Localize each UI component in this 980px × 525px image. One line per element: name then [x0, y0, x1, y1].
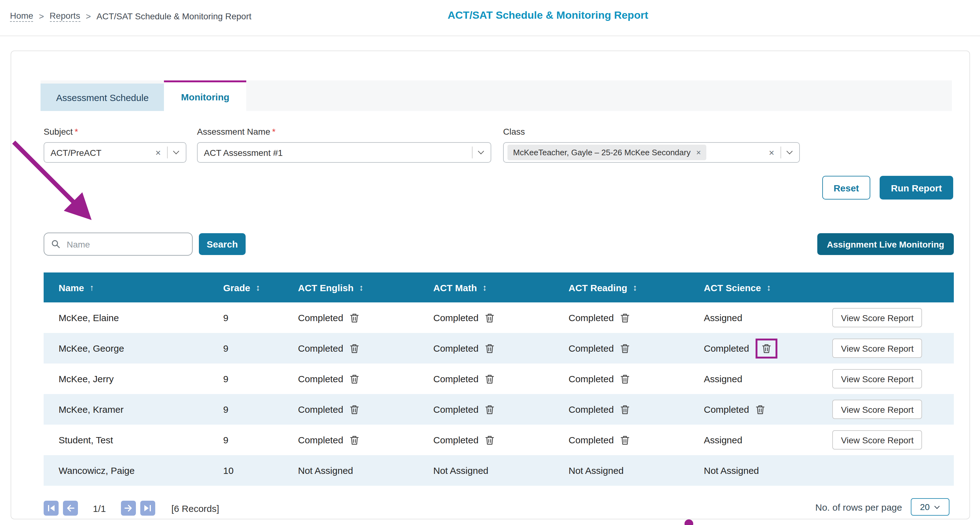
delete-icon[interactable] — [349, 435, 359, 445]
act-english-status-cell: Completed — [298, 343, 433, 353]
chevron-down-icon — [934, 504, 940, 509]
divider — [781, 146, 781, 158]
monitoring-table: Name ↑ Grade ↕ ACT English ↕ ACT Math ↕ … — [44, 272, 954, 486]
delete-icon[interactable] — [620, 343, 629, 353]
view-score-report-button[interactable]: View Score Report — [832, 430, 922, 450]
delete-icon[interactable] — [485, 343, 494, 353]
grade-cell: 10 — [223, 465, 298, 476]
reset-button[interactable]: Reset — [822, 176, 870, 199]
view-score-report-button[interactable]: View Score Report — [832, 369, 922, 388]
delete-icon[interactable] — [485, 404, 494, 414]
act-math-status-cell: Not Assigned — [433, 465, 568, 476]
search-icon — [51, 239, 60, 249]
previous-page-button[interactable] — [63, 501, 78, 515]
column-header-act-science[interactable]: ACT Science ↕ — [704, 282, 832, 293]
act-science-status-cell: Assigned — [704, 374, 832, 384]
sort-both-icon[interactable]: ↕ — [256, 282, 260, 293]
view-score-report-button[interactable]: View Score Report — [832, 400, 922, 419]
delete-icon[interactable] — [620, 374, 629, 384]
tab-monitoring[interactable]: Monitoring — [164, 80, 246, 111]
first-page-button[interactable] — [44, 501, 59, 515]
act-math-status-cell: Completed — [433, 343, 568, 353]
view-score-report-button[interactable]: View Score Report — [832, 308, 922, 327]
chip-remove-icon[interactable]: × — [696, 148, 701, 156]
sort-both-icon[interactable]: ↕ — [482, 282, 487, 293]
trash-wrap — [349, 313, 359, 323]
class-chip-label: McKeeTeacher, Gayle – 25-26 McKee Second… — [513, 148, 690, 157]
delete-icon[interactable] — [485, 435, 494, 445]
arrow-right-icon — [124, 504, 132, 512]
sort-both-icon[interactable]: ↕ — [767, 282, 771, 293]
subject-label: Subject* — [44, 127, 78, 137]
table-body: McKee, Elaine 9 Completed Completed Comp… — [44, 302, 954, 486]
act-reading-status-cell: Completed — [568, 343, 704, 353]
run-report-button[interactable]: Run Report — [880, 176, 953, 199]
sort-asc-icon[interactable]: ↑ — [90, 282, 94, 293]
rows-per-page-label: No. of rows per page — [815, 502, 902, 512]
trash-wrap — [620, 404, 629, 414]
delete-icon[interactable] — [349, 313, 359, 323]
delete-icon[interactable] — [485, 313, 494, 323]
clear-icon[interactable]: × — [155, 148, 161, 157]
class-select[interactable]: McKeeTeacher, Gayle – 25-26 McKee Second… — [503, 142, 800, 163]
grade-cell: 9 — [223, 374, 298, 384]
status-text: Completed — [568, 404, 614, 415]
delete-icon[interactable] — [349, 374, 359, 384]
trash-wrap — [485, 435, 494, 445]
chevron-down-icon[interactable] — [786, 148, 793, 154]
column-header-act-math[interactable]: ACT Math ↕ — [433, 282, 568, 293]
tab-assessment-schedule[interactable]: Assessment Schedule — [41, 84, 164, 111]
column-header-act-english[interactable]: ACT English ↕ — [298, 282, 433, 293]
act-math-status-cell: Completed — [433, 374, 568, 384]
search-input[interactable] — [65, 239, 185, 250]
delete-icon[interactable] — [620, 313, 629, 323]
column-label: Name — [59, 282, 84, 293]
sort-both-icon[interactable]: ↕ — [633, 282, 637, 293]
trash-wrap — [349, 343, 359, 353]
delete-icon[interactable] — [755, 404, 765, 414]
last-page-button[interactable] — [140, 501, 155, 515]
chevron-down-icon[interactable] — [173, 148, 179, 154]
delete-icon[interactable] — [485, 374, 494, 384]
delete-icon[interactable] — [349, 404, 359, 414]
chevron-down-icon[interactable] — [478, 148, 484, 154]
act-science-status-cell: Completed — [704, 404, 832, 415]
rows-per-page: No. of rows per page 20 — [815, 498, 950, 515]
status-text: Assigned — [704, 312, 742, 323]
action-cell: View Score Report — [832, 308, 954, 327]
action-cell: View Score Report — [832, 400, 954, 419]
subject-select[interactable]: ACT/PreACT × — [44, 142, 186, 163]
breadcrumb-reports-link[interactable]: Reports — [49, 11, 80, 22]
search-button[interactable]: Search — [199, 233, 246, 255]
column-label: ACT Math — [433, 282, 477, 293]
annotation-highlight-box — [755, 338, 777, 358]
records-count: [6 Records] — [172, 503, 219, 514]
breadcrumb-home-link[interactable]: Home — [10, 11, 33, 22]
view-score-report-button[interactable]: View Score Report — [832, 339, 922, 358]
delete-icon[interactable] — [620, 435, 629, 445]
act-english-status-cell: Completed — [298, 434, 433, 445]
breadcrumb-separator: > — [86, 11, 91, 21]
clear-icon[interactable]: × — [768, 148, 774, 157]
column-header-name[interactable]: Name ↑ — [59, 282, 223, 293]
arrow-left-icon — [67, 504, 75, 512]
report-card: Assessment Schedule Monitoring Subject* … — [11, 51, 970, 519]
status-text: Completed — [433, 343, 479, 353]
act-math-status-cell: Completed — [433, 312, 568, 323]
table-row: McKee, Kramer 9 Completed Completed Comp… — [44, 394, 954, 425]
rows-per-page-select[interactable]: 20 — [911, 498, 950, 515]
column-header-grade[interactable]: Grade ↕ — [223, 282, 298, 293]
trash-wrap — [755, 404, 765, 414]
delete-icon[interactable] — [349, 343, 359, 353]
table-header: Name ↑ Grade ↕ ACT English ↕ ACT Math ↕ … — [44, 272, 954, 302]
assignment-live-monitoring-button[interactable]: Assignment Live Monitoring — [817, 233, 954, 255]
student-name-cell: Wancowicz, Paige — [59, 465, 223, 476]
column-header-act-reading[interactable]: ACT Reading ↕ — [568, 282, 704, 293]
grade-cell: 9 — [223, 404, 298, 415]
next-page-button[interactable] — [121, 501, 136, 515]
delete-icon[interactable] — [762, 343, 771, 353]
sort-both-icon[interactable]: ↕ — [359, 282, 363, 293]
status-text: Completed — [568, 374, 614, 384]
delete-icon[interactable] — [620, 404, 629, 414]
assessment-name-select[interactable]: ACT Assessment #1 — [197, 142, 491, 163]
